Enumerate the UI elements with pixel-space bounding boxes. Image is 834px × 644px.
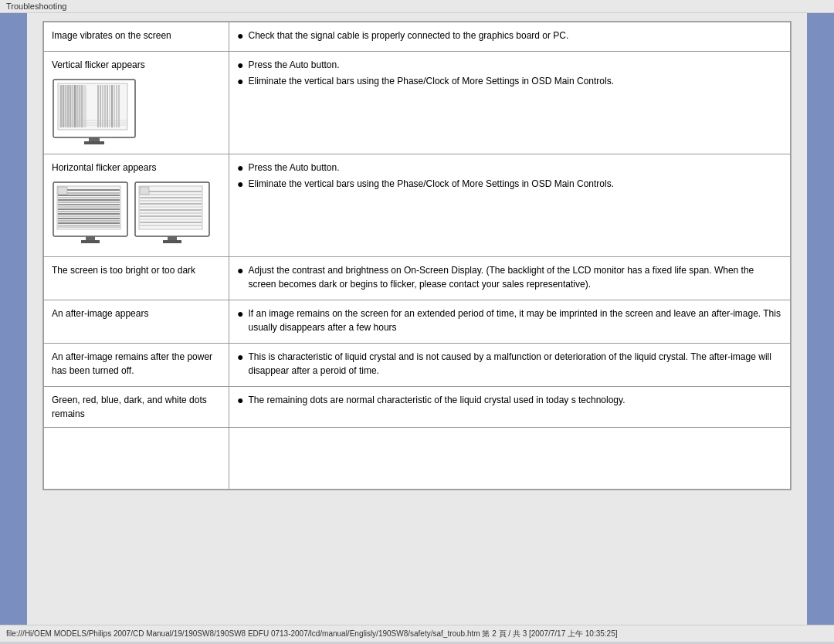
solution-cell: ● Press the Auto button. ● Eliminate the… (229, 52, 791, 154)
solution-text: This is characteristic of liquid crystal… (248, 350, 782, 378)
table-row: Green, red, blue, dark, and white dots r… (44, 387, 791, 428)
table-row: Image vibrates on the screen ● Check tha… (44, 22, 791, 52)
top-bar: Troubleshooting (0, 0, 834, 13)
problem-cell: An after-image appears (44, 300, 229, 344)
horiz-flicker-svg-2 (134, 181, 211, 250)
problem-text: Horizontal flicker appears (52, 162, 156, 173)
problem-cell: Vertical flicker appears (44, 52, 229, 154)
bullet-item: ● Check that the signal cable is properl… (237, 29, 782, 42)
problem-cell: Horizontal flicker appears (44, 154, 229, 257)
solution-cell: ● If an image remains on the screen for … (229, 300, 791, 344)
solution-text: Eliminate the vertical bars using the Ph… (248, 177, 614, 191)
solution-text: Eliminate the vertical bars using the Ph… (248, 74, 614, 88)
solution-cell: ● Check that the signal cable is properl… (229, 22, 791, 52)
status-bar: file:///Hi/OEM MODELS/Philips 2007/CD Ma… (0, 625, 834, 642)
bullet-item: ● The remaining dots are normal characte… (237, 393, 782, 407)
problem-text: The screen is too bright or too dark (52, 265, 195, 276)
solution-text: Adjust the contrast and brightness on On… (248, 263, 782, 291)
content-area: Image vibrates on the screen ● Check tha… (27, 13, 807, 625)
problem-cell: An after-image remains after the power h… (44, 344, 229, 387)
solution-text: Check that the signal cable is properly … (248, 29, 568, 42)
bullet-item: ● Press the Auto button. (237, 161, 782, 175)
table-row: An after-image appears ● If an image rem… (44, 300, 791, 344)
horizontal-flicker-images (52, 181, 221, 250)
solution-text: Press the Auto button. (248, 58, 339, 72)
svg-rect-24 (84, 141, 104, 144)
bullet-icon: ● (237, 58, 243, 72)
solution-text: The remaining dots are normal characteri… (248, 393, 625, 407)
bullet-item: ● Press the Auto button. (237, 58, 782, 72)
bullet-icon: ● (237, 29, 243, 42)
problem-text: An after-image appears (52, 308, 148, 319)
vertical-flicker-image (52, 78, 221, 147)
bullet-icon: ● (237, 74, 243, 88)
empty-cell (229, 428, 791, 490)
bullet-item: ● If an image remains on the screen for … (237, 307, 782, 334)
bullet-icon: ● (237, 350, 243, 364)
empty-cell (44, 428, 229, 490)
table-row: Horizontal flicker appears (44, 154, 791, 257)
bullet-item: ● Eliminate the vertical bars using the … (237, 177, 782, 191)
troubleshoot-table: Image vibrates on the screen ● Check tha… (43, 22, 791, 490)
solution-cell: ● This is characteristic of liquid cryst… (229, 344, 791, 387)
solution-text: Press the Auto button. (248, 161, 339, 175)
svg-rect-66 (163, 240, 181, 243)
table-row: Vertical flicker appears (44, 52, 791, 154)
problem-cell: The screen is too bright or too dark (44, 257, 229, 300)
problem-text: Image vibrates on the screen (52, 30, 171, 41)
problem-text: Green, red, blue, dark, and white dots r… (52, 395, 207, 419)
svg-rect-65 (168, 236, 177, 240)
svg-rect-46 (58, 187, 67, 195)
bullet-icon: ● (237, 307, 243, 320)
bullet-icon: ● (237, 393, 243, 407)
solution-cell: ● Adjust the contrast and brightness on … (229, 257, 791, 300)
table-container: Image vibrates on the screen ● Check tha… (42, 21, 792, 490)
problem-cell: Green, red, blue, dark, and white dots r… (44, 387, 229, 428)
status-bar-text: file:///Hi/OEM MODELS/Philips 2007/CD Ma… (6, 629, 618, 639)
bullet-icon: ● (237, 161, 243, 175)
bullet-item: ● Eliminate the vertical bars using the … (237, 74, 782, 88)
problem-cell: Image vibrates on the screen (44, 22, 229, 52)
bullet-item: ● Adjust the contrast and brightness on … (237, 263, 782, 291)
svg-rect-23 (89, 137, 100, 141)
solution-text: If an image remains on the screen for an… (248, 307, 782, 334)
svg-rect-49 (81, 240, 100, 243)
bullet-item: ● This is characteristic of liquid cryst… (237, 350, 782, 378)
svg-rect-48 (86, 236, 95, 240)
vertical-flicker-svg (52, 78, 137, 147)
bullet-icon: ● (237, 263, 243, 277)
table-row-empty (44, 428, 791, 490)
table-row: An after-image remains after the power h… (44, 344, 791, 387)
problem-text: Vertical flicker appears (52, 59, 145, 70)
solution-cell: ● Press the Auto button. ● Eliminate the… (229, 154, 791, 257)
svg-rect-64 (140, 187, 149, 195)
problem-text: An after-image remains after the power h… (52, 351, 212, 376)
left-sidebar (0, 13, 27, 625)
right-sidebar (807, 13, 834, 625)
solution-cell: ● The remaining dots are normal characte… (229, 387, 791, 428)
main-layout: Image vibrates on the screen ● Check tha… (0, 13, 834, 625)
horiz-flicker-svg-1 (52, 181, 129, 250)
top-bar-label: Troubleshooting (6, 2, 66, 11)
table-row: The screen is too bright or too dark ● A… (44, 257, 791, 300)
bullet-icon: ● (237, 177, 243, 191)
